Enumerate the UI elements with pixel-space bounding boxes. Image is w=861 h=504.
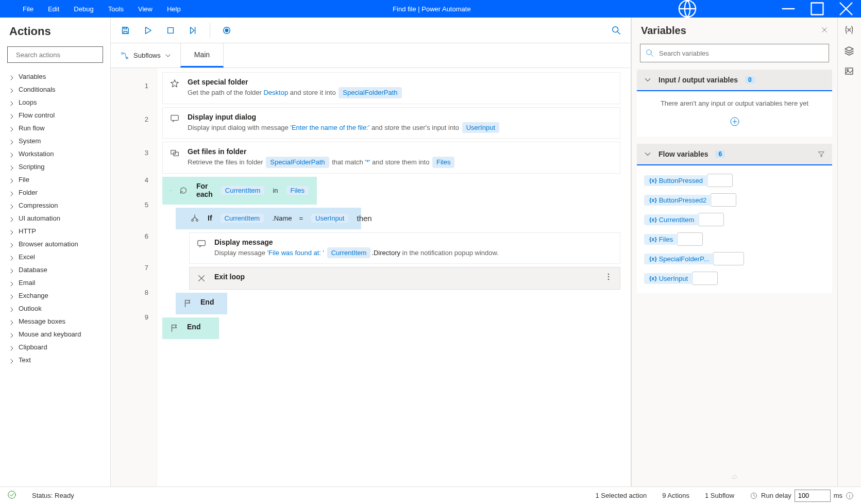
svg-point-24	[8, 491, 15, 498]
menu-view[interactable]: View	[131, 1, 160, 17]
cat-text[interactable]: Text	[7, 354, 110, 366]
star-icon	[170, 79, 180, 89]
section-title: Flow variables	[659, 150, 708, 158]
environment-icon[interactable]	[676, 0, 699, 18]
save-button[interactable]	[119, 24, 131, 37]
images-rail-button[interactable]	[844, 66, 855, 77]
cat-mouse-keyboard[interactable]: Mouse and keyboard	[7, 328, 110, 341]
svg-point-19	[608, 279, 610, 280]
close-icon[interactable]	[834, 0, 858, 18]
branch-icon	[190, 214, 200, 224]
cat-ui-automation[interactable]: UI automation	[7, 212, 110, 225]
var-row-currentitem[interactable]: {x}CurrentItem	[637, 210, 832, 229]
svg-rect-16	[198, 240, 205, 245]
step-for-each[interactable]: For each CurrentItem in Files	[162, 177, 317, 205]
layers-rail-button[interactable]	[844, 45, 855, 57]
cat-workstation[interactable]: Workstation	[7, 147, 110, 160]
variables-rail-button[interactable]	[844, 25, 855, 36]
loop-icon	[179, 186, 189, 196]
cat-label: Outlook	[19, 305, 42, 312]
eraser-icon[interactable]	[632, 466, 837, 486]
menu-tools[interactable]: Tools	[101, 1, 131, 17]
actions-list[interactable]: Variables Conditionals Loops Flow contro…	[0, 68, 110, 486]
cat-database[interactable]: Database	[7, 263, 110, 276]
actions-search[interactable]	[7, 46, 103, 63]
cat-compression[interactable]: Compression	[7, 199, 110, 212]
variables-search[interactable]	[640, 44, 829, 62]
step-button[interactable]	[187, 24, 199, 37]
cat-email[interactable]: Email	[7, 276, 110, 289]
actions-panel: Actions Variables Conditionals Loops Flo…	[0, 18, 111, 486]
line-6: 6	[111, 217, 157, 256]
var-row-buttonpressed[interactable]: {x}ButtonPressed	[637, 171, 832, 190]
var-row-userinput[interactable]: {x}UserInput	[637, 268, 832, 288]
step-title: End	[200, 298, 214, 306]
step-display-message[interactable]: Display message Display message 'File wa…	[189, 232, 620, 264]
step-end-for[interactable]: End	[162, 317, 219, 339]
cat-conditionals[interactable]: Conditionals	[7, 83, 110, 96]
cat-clipboard[interactable]: Clipboard	[7, 341, 110, 354]
svg-point-7	[225, 29, 228, 31]
cat-flow-control[interactable]: Flow control	[7, 109, 110, 122]
var-row-specialfolderpath[interactable]: {x}SpecialFolderP...	[637, 249, 832, 268]
record-button[interactable]	[221, 24, 233, 37]
flag-icon	[170, 324, 180, 334]
cat-message-boxes[interactable]: Message boxes	[7, 315, 110, 328]
menu-file[interactable]: File	[15, 1, 41, 17]
cat-loops[interactable]: Loops	[7, 96, 110, 109]
cat-system[interactable]: System	[7, 135, 110, 147]
search-flow-button[interactable]	[610, 24, 622, 37]
dialog-icon	[170, 114, 180, 124]
cat-folder[interactable]: Folder	[7, 186, 110, 199]
subflows-button[interactable]: Subflows	[111, 43, 180, 68]
svg-point-18	[608, 276, 610, 278]
flow-count-badge: 6	[715, 150, 725, 158]
var-row-buttonpressed2[interactable]: {x}ButtonPressed2	[637, 190, 832, 210]
flow-variables-header[interactable]: Flow variables 6	[637, 144, 832, 165]
cat-scripting[interactable]: Scripting	[7, 160, 110, 173]
close-panel-button[interactable]	[821, 26, 828, 35]
step-get-special-folder[interactable]: Get special folder Get the path of the f…	[162, 72, 620, 104]
cat-run-flow[interactable]: Run flow	[7, 122, 110, 135]
cat-variables[interactable]: Variables	[7, 70, 110, 83]
status-actions: 9 Actions	[662, 492, 689, 499]
cat-outlook[interactable]: Outlook	[7, 302, 110, 315]
actions-search-input[interactable]	[16, 51, 103, 59]
add-variable-button[interactable]	[645, 116, 824, 128]
cat-exchange[interactable]: Exchange	[7, 289, 110, 302]
stop-button[interactable]	[164, 24, 177, 37]
more-button[interactable]	[604, 273, 613, 282]
menu-debug[interactable]: Debug	[66, 1, 100, 17]
tab-main[interactable]: Main	[180, 43, 224, 68]
cat-label: Mouse and keyboard	[19, 330, 81, 338]
info-icon[interactable]	[846, 492, 854, 500]
cat-excel[interactable]: Excel	[7, 250, 110, 263]
menu-help[interactable]: Help	[160, 1, 188, 17]
delay-input[interactable]	[795, 490, 831, 502]
var-pill: CurrentItem	[221, 186, 265, 195]
cat-http[interactable]: HTTP	[7, 225, 110, 238]
cat-browser-automation[interactable]: Browser automation	[7, 238, 110, 250]
step-exit-loop[interactable]: Exit loop	[189, 267, 620, 290]
menu-edit[interactable]: Edit	[41, 1, 66, 17]
cat-label: Run flow	[19, 124, 45, 132]
chevron-down-icon	[170, 187, 172, 195]
maximize-icon[interactable]	[805, 0, 829, 18]
io-variables-header[interactable]: Input / output variables 0	[637, 70, 832, 91]
var-row-files[interactable]: {x}Files	[637, 229, 832, 249]
cat-file[interactable]: File	[7, 173, 110, 186]
step-display-input-dialog[interactable]: Display input dialog Display input dialo…	[162, 107, 620, 139]
designer-panel: Subflows Main 1 2 3 4 5 6 7 8 9	[111, 18, 631, 486]
minimize-icon[interactable]	[776, 0, 800, 18]
close-icon	[197, 274, 207, 284]
step-end-if[interactable]: End	[176, 293, 227, 314]
run-button[interactable]	[142, 24, 154, 37]
svg-point-23	[847, 70, 848, 71]
step-if[interactable]: If CurrentItem .Name = UserInput then	[176, 208, 361, 229]
variables-search-input[interactable]	[659, 49, 823, 57]
svg-point-8	[613, 26, 618, 32]
filter-icon[interactable]	[818, 150, 825, 158]
step-desc: Display input dialog with message 'Enter…	[188, 122, 613, 133]
step-get-files-in-folder[interactable]: Get files in folder Retrieve the files i…	[162, 142, 620, 174]
var-pill: {x}ButtonPressed	[644, 175, 708, 186]
